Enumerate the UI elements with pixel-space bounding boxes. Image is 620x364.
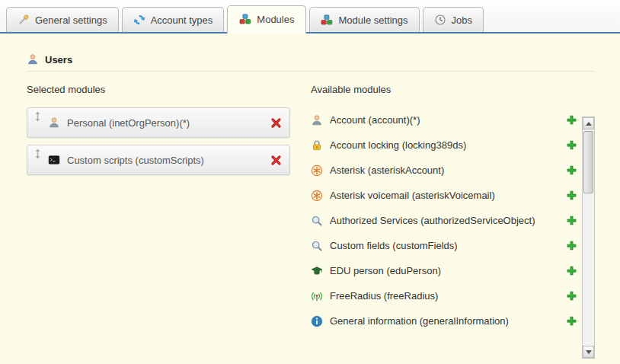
green-plus-icon[interactable]	[566, 315, 577, 327]
available-module-row: Account locking (locking389ds)	[311, 133, 577, 158]
tab-label: Account types	[151, 14, 213, 26]
available-module-row: Authorized Services (authorizedServiceOb…	[311, 208, 577, 233]
users-section-header: Users	[27, 53, 595, 72]
green-plus-icon[interactable]	[566, 164, 577, 176]
clock-icon	[434, 14, 446, 26]
green-plus-icon[interactable]	[566, 240, 577, 251]
triangle-down-icon	[586, 350, 592, 354]
green-plus-icon[interactable]	[566, 290, 577, 302]
available-module-row: Account (account)(*)	[311, 107, 577, 133]
section-title: Users	[45, 54, 72, 65]
green-plus-icon[interactable]	[566, 114, 577, 126]
available-module-row: EDU person (eduPerson)	[311, 258, 577, 283]
green-plus-icon[interactable]	[566, 190, 577, 201]
scroll-up-button[interactable]	[583, 117, 594, 129]
tab-modules[interactable]: Modules	[227, 5, 306, 34]
modules-icon	[321, 14, 333, 26]
available-module-label: Asterisk voicemail (asteriskVoicemail)	[330, 190, 566, 201]
selected-module-label: Personal (inetOrgPerson)(*)	[67, 117, 270, 129]
sync-icon	[133, 14, 145, 26]
available-modules-heading: Available modules	[311, 84, 577, 95]
available-module-row: Asterisk voicemail (asteriskVoicemail)	[311, 183, 577, 208]
selected-module-row: Custom scripts (customScripts)	[27, 145, 290, 175]
green-plus-icon[interactable]	[566, 215, 577, 226]
available-module-label: Custom fields (customFields)	[330, 240, 566, 251]
available-module-label: Account locking (locking389ds)	[330, 139, 566, 151]
tab-account-types[interactable]: Account types	[122, 7, 225, 32]
antenna-icon	[311, 290, 323, 302]
selected-modules-column: Selected modules Personal (inetOrgPerson…	[27, 84, 311, 334]
scrollbar-thumb[interactable]	[583, 131, 593, 193]
user-icon	[48, 117, 60, 129]
available-module-row: FreeRadius (freeRadius)	[311, 283, 577, 308]
graduation-cap-icon	[311, 265, 323, 277]
selected-modules-heading: Selected modules	[27, 84, 311, 95]
lock-icon	[311, 139, 323, 152]
available-module-row: Custom fields (customFields)	[311, 233, 577, 258]
selected-module-row: Personal (inetOrgPerson)(*)	[27, 107, 290, 138]
magnifier-icon	[311, 240, 323, 252]
tab-general-settings[interactable]: General settings	[6, 7, 119, 32]
available-module-label: EDU person (eduPerson)	[330, 265, 566, 276]
tab-jobs[interactable]: Jobs	[423, 7, 484, 32]
modules-icon	[239, 13, 251, 25]
selected-module-label: Custom scripts (customScripts)	[67, 155, 270, 166]
scrollbar-track[interactable]	[583, 129, 594, 346]
info-icon	[311, 315, 323, 327]
scroll-down-button[interactable]	[583, 346, 594, 358]
tab-label: Modules	[257, 14, 294, 25]
red-x-icon[interactable]	[270, 155, 282, 166]
asterisk-icon	[311, 164, 323, 177]
tab-bar: General settings Account types Modules M…	[0, 0, 620, 34]
terminal-icon	[48, 154, 60, 166]
tab-label: Jobs	[452, 14, 472, 26]
available-module-label: FreeRadius (freeRadius)	[330, 290, 566, 302]
red-x-icon[interactable]	[270, 117, 282, 129]
green-plus-icon[interactable]	[566, 265, 577, 276]
available-module-label: Account (account)(*)	[330, 114, 566, 126]
green-plus-icon[interactable]	[566, 139, 577, 151]
tab-label: General settings	[35, 14, 107, 26]
triangle-up-icon	[586, 122, 592, 126]
available-module-row: General information (generalInformation)	[311, 308, 577, 334]
tab-label: Module settings	[338, 14, 407, 26]
available-module-label: Authorized Services (authorizedServiceOb…	[330, 215, 566, 226]
tab-module-settings[interactable]: Module settings	[309, 7, 419, 32]
available-modules-column: Available modules Account (account)(*) A…	[311, 84, 620, 334]
drag-handle-icon[interactable]	[34, 148, 42, 159]
user-icon	[27, 53, 39, 65]
modules-columns: Selected modules Personal (inetOrgPerson…	[27, 84, 620, 334]
vertical-scrollbar[interactable]	[582, 117, 595, 359]
magnifier-icon	[311, 215, 323, 227]
available-module-label: General information (generalInformation)	[330, 315, 566, 327]
available-module-label: Asterisk (asteriskAccount)	[330, 164, 566, 176]
asterisk-icon	[311, 190, 323, 202]
user-icon	[311, 114, 323, 126]
drag-handle-icon[interactable]	[34, 111, 42, 122]
available-module-row: Asterisk (asteriskAccount)	[311, 158, 577, 183]
wrench-icon	[18, 14, 30, 26]
